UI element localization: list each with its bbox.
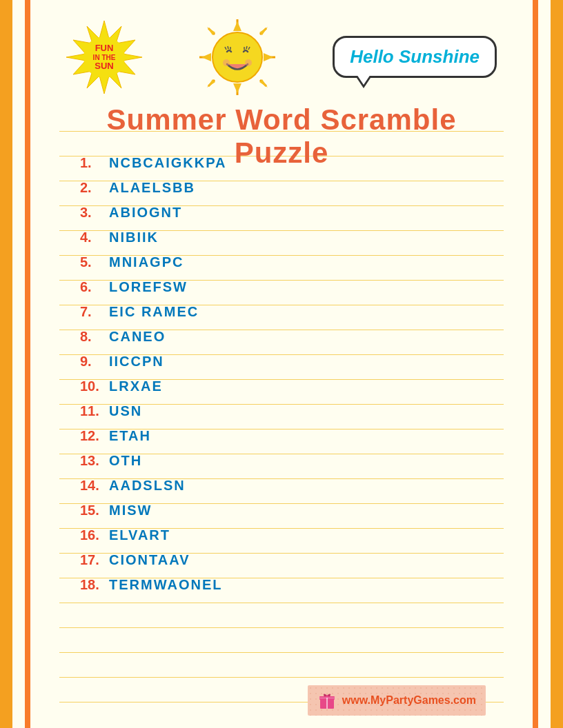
item-number: 7. xyxy=(80,304,109,320)
svg-marker-16 xyxy=(264,53,273,61)
fun-badge-svg: FUN IN THE SUN xyxy=(66,19,142,95)
puzzle-item: 11.USN xyxy=(80,398,497,423)
svg-line-23 xyxy=(228,46,228,49)
item-word: OTH xyxy=(109,453,142,469)
item-word: ALAELSBB xyxy=(109,180,195,196)
item-number: 14. xyxy=(80,478,109,494)
svg-point-21 xyxy=(213,32,262,82)
item-word: ETAH xyxy=(109,428,151,444)
sun-svg xyxy=(196,16,279,99)
sun-graphic xyxy=(196,16,279,99)
item-number: 18. xyxy=(80,577,109,593)
svg-text:FUN: FUN xyxy=(95,43,114,53)
puzzle-item: 5.MNIAGPC xyxy=(80,250,497,274)
fun-badge: FUN IN THE SUN xyxy=(66,19,142,95)
item-word: AADSLSN xyxy=(109,478,186,494)
puzzle-item: 9.IICCPN xyxy=(80,349,497,374)
line xyxy=(59,628,504,653)
svg-marker-14 xyxy=(233,83,241,93)
svg-point-28 xyxy=(223,59,230,66)
puzzle-item: 8.CANEO xyxy=(80,324,497,349)
item-word: LOREFSW xyxy=(109,279,188,295)
gift-icon xyxy=(317,691,337,710)
svg-text:SUN: SUN xyxy=(95,61,113,71)
item-word: CANEO xyxy=(109,329,166,345)
puzzle-item: 12.ETAH xyxy=(80,423,497,448)
puzzle-item: 3.ABIOGNT xyxy=(80,200,497,225)
item-word: MNIAGPC xyxy=(109,254,184,270)
hello-text: Hello Sunshine xyxy=(350,46,480,67)
puzzle-item: 7.EIC RAMEC xyxy=(80,299,497,324)
puzzle-item: 1.NCBCAIGKKPA xyxy=(80,150,497,175)
puzzle-item: 6.LOREFSW xyxy=(80,274,497,299)
item-number: 2. xyxy=(80,180,109,196)
puzzle-item: 16.ELVART xyxy=(80,523,497,547)
puzzle-item: 4.NIBIIK xyxy=(80,225,497,250)
item-word: LRXAE xyxy=(109,378,163,394)
line xyxy=(59,603,504,628)
svg-point-34 xyxy=(326,695,328,698)
item-number: 6. xyxy=(80,279,109,295)
item-number: 10. xyxy=(80,378,109,394)
item-word: ABIOGNT xyxy=(109,205,182,221)
item-word: IICCPN xyxy=(109,354,164,370)
svg-marker-15 xyxy=(201,53,211,61)
item-word: TERMWAONEL xyxy=(109,577,222,593)
footer: www.MyPartyGames.com xyxy=(308,685,486,716)
puzzle-list: 1.NCBCAIGKKPA2.ALAELSBB3.ABIOGNT4.NIBIIK… xyxy=(80,150,497,597)
puzzle-item: 17.CIONTAAV xyxy=(80,547,497,572)
item-number: 5. xyxy=(80,254,109,270)
footer-badge: www.MyPartyGames.com xyxy=(308,685,486,716)
item-word: USN xyxy=(109,403,142,419)
item-word: MISW xyxy=(109,503,152,518)
item-number: 17. xyxy=(80,552,109,568)
item-number: 15. xyxy=(80,503,109,518)
svg-marker-13 xyxy=(233,21,241,31)
left-border xyxy=(25,0,30,728)
line xyxy=(59,653,504,678)
item-number: 11. xyxy=(80,403,109,419)
item-word: NIBIIK xyxy=(109,230,159,245)
item-number: 1. xyxy=(80,155,109,171)
item-word: ELVART xyxy=(109,527,170,543)
puzzle-item: 18.TERMWAONEL xyxy=(80,572,497,597)
right-border xyxy=(533,0,538,728)
item-number: 13. xyxy=(80,453,109,469)
item-word: EIC RAMEC xyxy=(109,304,199,320)
puzzle-item: 15.MISW xyxy=(80,498,497,523)
item-number: 4. xyxy=(80,230,109,245)
footer-url: www.MyPartyGames.com xyxy=(342,694,476,707)
puzzle-item: 10.LRXAE xyxy=(80,374,497,398)
header: FUN IN THE SUN xyxy=(66,7,497,107)
puzzle-item: 14.AADSLSN xyxy=(80,473,497,498)
item-number: 8. xyxy=(80,329,109,345)
page: FUN IN THE SUN xyxy=(0,0,563,728)
svg-rect-33 xyxy=(319,698,335,698)
item-number: 3. xyxy=(80,205,109,221)
item-number: 12. xyxy=(80,428,109,444)
puzzle-item: 2.ALAELSBB xyxy=(80,175,497,200)
puzzle-item: 13.OTH xyxy=(80,448,497,473)
item-word: NCBCAIGKKPA xyxy=(109,155,227,171)
hello-bubble: Hello Sunshine xyxy=(333,36,497,78)
content-area: FUN IN THE SUN xyxy=(36,0,527,728)
item-number: 16. xyxy=(80,527,109,543)
svg-point-29 xyxy=(245,59,252,66)
svg-line-26 xyxy=(246,46,247,49)
item-word: CIONTAAV xyxy=(109,552,190,568)
item-number: 9. xyxy=(80,354,109,370)
